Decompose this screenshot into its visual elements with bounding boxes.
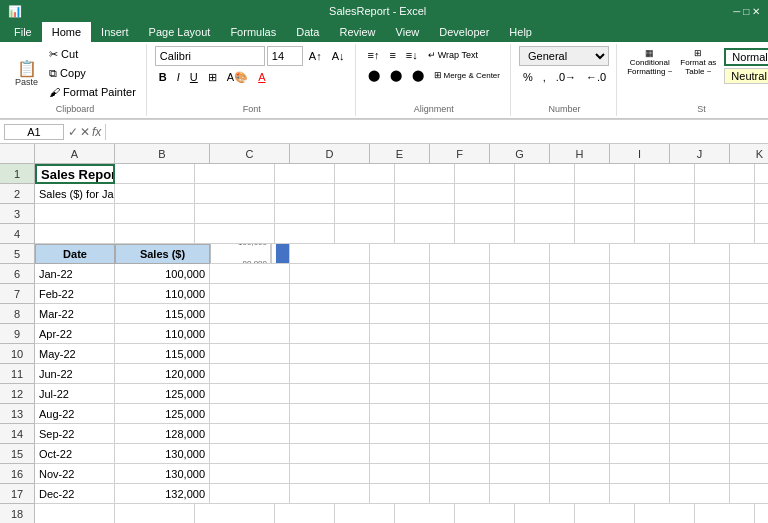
cell-D16[interactable] bbox=[290, 464, 370, 484]
cancel-formula-icon[interactable]: ✕ bbox=[80, 125, 90, 139]
cell-B10[interactable]: 115,000 bbox=[115, 344, 210, 364]
cell-E12[interactable] bbox=[370, 384, 430, 404]
row-header-2[interactable]: 2 bbox=[0, 184, 35, 204]
cell-F6[interactable] bbox=[430, 264, 490, 284]
cell-D8[interactable] bbox=[290, 304, 370, 324]
cell-H14[interactable] bbox=[550, 424, 610, 444]
row-header-12[interactable]: 12 bbox=[0, 384, 35, 404]
cell-C18[interactable] bbox=[115, 504, 195, 523]
comma-button[interactable]: , bbox=[539, 68, 550, 86]
cell-J12[interactable] bbox=[670, 384, 730, 404]
cell-D18[interactable] bbox=[195, 504, 275, 523]
cell-K18[interactable] bbox=[635, 504, 695, 523]
cell-H5[interactable] bbox=[550, 244, 610, 264]
cell-J9[interactable] bbox=[670, 324, 730, 344]
cell-C11[interactable] bbox=[210, 364, 290, 384]
cell-C14[interactable] bbox=[210, 424, 290, 444]
cell-M4[interactable] bbox=[755, 224, 768, 244]
row-header-8[interactable]: 8 bbox=[0, 304, 35, 324]
col-header-I[interactable]: I bbox=[610, 144, 670, 164]
cell-I4[interactable] bbox=[515, 224, 575, 244]
cell-E6[interactable] bbox=[370, 264, 430, 284]
cell-B9[interactable]: 110,000 bbox=[115, 324, 210, 344]
cell-E18[interactable] bbox=[275, 504, 335, 523]
cell-K4[interactable] bbox=[635, 224, 695, 244]
insert-function-icon[interactable]: fx bbox=[92, 125, 101, 139]
cell-I18[interactable] bbox=[515, 504, 575, 523]
cell-L3[interactable] bbox=[695, 204, 755, 224]
underline-button[interactable]: U bbox=[186, 68, 202, 86]
align-left-button[interactable]: ⬤ bbox=[364, 66, 384, 84]
wrap-text-button[interactable]: ↵ Wrap Text bbox=[424, 46, 482, 64]
cell-F3[interactable] bbox=[335, 204, 395, 224]
col-header-J[interactable]: J bbox=[670, 144, 730, 164]
cell-F1[interactable] bbox=[335, 164, 395, 184]
row-header-1[interactable]: 1 bbox=[0, 164, 35, 184]
cell-K9[interactable] bbox=[730, 324, 768, 344]
cell-C7[interactable] bbox=[210, 284, 290, 304]
cell-G11[interactable] bbox=[490, 364, 550, 384]
tab-help[interactable]: Help bbox=[499, 22, 542, 42]
cell-I15[interactable] bbox=[610, 444, 670, 464]
cell-L18[interactable] bbox=[695, 504, 755, 523]
col-header-F[interactable]: F bbox=[430, 144, 490, 164]
cell-D13[interactable] bbox=[290, 404, 370, 424]
row-header-16[interactable]: 16 bbox=[0, 464, 35, 484]
tab-formulas[interactable]: Formulas bbox=[220, 22, 286, 42]
cell-F13[interactable] bbox=[430, 404, 490, 424]
cell-B5[interactable]: Sales ($) bbox=[115, 244, 210, 264]
cell-E16[interactable] bbox=[370, 464, 430, 484]
conditional-formatting-button[interactable]: ▦ ConditionalFormatting ~ bbox=[625, 46, 674, 78]
cell-D15[interactable] bbox=[290, 444, 370, 464]
cell-K10[interactable] bbox=[730, 344, 768, 364]
cell-C10[interactable] bbox=[210, 344, 290, 364]
cell-H1[interactable] bbox=[455, 164, 515, 184]
col-header-E[interactable]: E bbox=[370, 144, 430, 164]
cell-I11[interactable] bbox=[610, 364, 670, 384]
cell-G4[interactable] bbox=[395, 224, 455, 244]
cell-I10[interactable] bbox=[610, 344, 670, 364]
row-header-7[interactable]: 7 bbox=[0, 284, 35, 304]
col-header-K[interactable]: K bbox=[730, 144, 768, 164]
cell-G10[interactable] bbox=[490, 344, 550, 364]
cell-F18[interactable] bbox=[335, 504, 395, 523]
cell-E14[interactable] bbox=[370, 424, 430, 444]
cell-B8[interactable]: 115,000 bbox=[115, 304, 210, 324]
cell-F17[interactable] bbox=[430, 484, 490, 504]
cell-H18[interactable] bbox=[455, 504, 515, 523]
cell-I3[interactable] bbox=[515, 204, 575, 224]
cell-C1[interactable] bbox=[115, 164, 195, 184]
cell-A16[interactable]: Nov-22 bbox=[35, 464, 115, 484]
cell-M1[interactable] bbox=[755, 164, 768, 184]
decimal-increase[interactable]: .0→ bbox=[552, 68, 580, 86]
cell-F14[interactable] bbox=[430, 424, 490, 444]
cell-A15[interactable]: Oct-22 bbox=[35, 444, 115, 464]
font-size-decrease[interactable]: A↓ bbox=[328, 47, 349, 65]
cell-C8[interactable] bbox=[210, 304, 290, 324]
tab-insert[interactable]: Insert bbox=[91, 22, 139, 42]
cell-D2[interactable] bbox=[195, 184, 275, 204]
tab-view[interactable]: View bbox=[386, 22, 430, 42]
cell-H15[interactable] bbox=[550, 444, 610, 464]
font-size-increase[interactable]: A↑ bbox=[305, 47, 326, 65]
cut-button[interactable]: ✂ Cut bbox=[45, 46, 140, 64]
cell-G12[interactable] bbox=[490, 384, 550, 404]
cell-F8[interactable] bbox=[430, 304, 490, 324]
tab-data[interactable]: Data bbox=[286, 22, 329, 42]
cell-J18[interactable] bbox=[575, 504, 635, 523]
italic-button[interactable]: I bbox=[173, 68, 184, 86]
align-right-button[interactable]: ⬤ bbox=[408, 66, 428, 84]
cell-I12[interactable] bbox=[610, 384, 670, 404]
cell-K12[interactable] bbox=[730, 384, 768, 404]
format-table-button[interactable]: ⊞ Format asTable ~ bbox=[678, 46, 718, 78]
cell-C16[interactable] bbox=[210, 464, 290, 484]
cell-B6[interactable]: 100,000 bbox=[115, 264, 210, 284]
decimal-decrease[interactable]: ←.0 bbox=[582, 68, 610, 86]
cell-D4[interactable] bbox=[195, 224, 275, 244]
cell-L2[interactable] bbox=[695, 184, 755, 204]
cell-K14[interactable] bbox=[730, 424, 768, 444]
cell-G7[interactable] bbox=[490, 284, 550, 304]
cell-K16[interactable] bbox=[730, 464, 768, 484]
cell-H6[interactable] bbox=[550, 264, 610, 284]
cell-D5[interactable] bbox=[290, 244, 370, 264]
